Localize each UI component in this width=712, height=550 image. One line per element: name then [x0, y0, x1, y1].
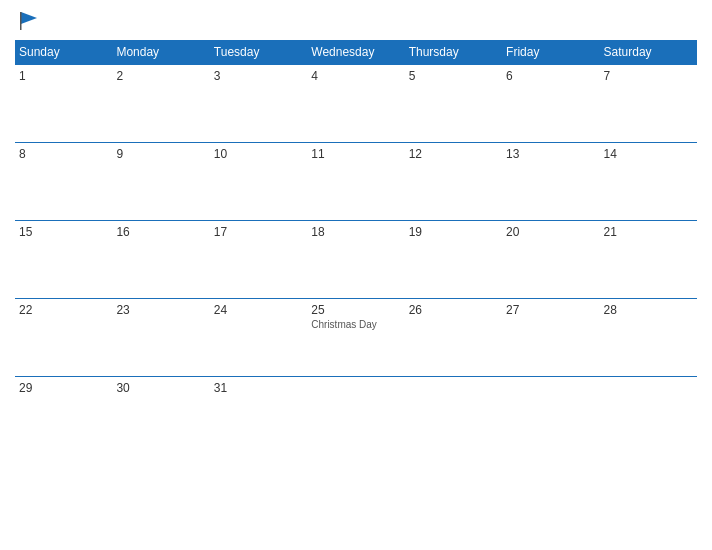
svg-marker-0 — [21, 12, 37, 24]
day-number: 25 — [311, 303, 400, 317]
day-number: 4 — [311, 69, 400, 83]
calendar-cell: 5 — [405, 65, 502, 143]
day-number: 16 — [116, 225, 205, 239]
calendar-cell: 15 — [15, 221, 112, 299]
day-number: 19 — [409, 225, 498, 239]
day-number: 3 — [214, 69, 303, 83]
day-number: 15 — [19, 225, 108, 239]
weekday-header-monday: Monday — [112, 40, 209, 65]
weekday-header-tuesday: Tuesday — [210, 40, 307, 65]
holiday-label: Christmas Day — [311, 319, 400, 330]
calendar-cell: 7 — [600, 65, 697, 143]
day-number: 26 — [409, 303, 498, 317]
day-number: 10 — [214, 147, 303, 161]
calendar-cell: 14 — [600, 143, 697, 221]
weekday-header-sunday: Sunday — [15, 40, 112, 65]
calendar-cell — [600, 377, 697, 455]
day-number: 17 — [214, 225, 303, 239]
day-number: 18 — [311, 225, 400, 239]
weekday-header-wednesday: Wednesday — [307, 40, 404, 65]
week-row-5: 293031 — [15, 377, 697, 455]
calendar-cell: 2 — [112, 65, 209, 143]
calendar-cell: 3 — [210, 65, 307, 143]
calendar-cell: 9 — [112, 143, 209, 221]
day-number: 31 — [214, 381, 303, 395]
day-number: 7 — [604, 69, 693, 83]
calendar-cell: 16 — [112, 221, 209, 299]
calendar-cell: 31 — [210, 377, 307, 455]
day-number: 27 — [506, 303, 595, 317]
day-number: 20 — [506, 225, 595, 239]
calendar-cell: 12 — [405, 143, 502, 221]
calendar-cell: 24 — [210, 299, 307, 377]
week-row-1: 1234567 — [15, 65, 697, 143]
calendar-cell: 13 — [502, 143, 599, 221]
calendar-cell: 11 — [307, 143, 404, 221]
weekday-header-thursday: Thursday — [405, 40, 502, 65]
calendar-cell: 18 — [307, 221, 404, 299]
calendar-cell — [307, 377, 404, 455]
weekday-header-row: SundayMondayTuesdayWednesdayThursdayFrid… — [15, 40, 697, 65]
calendar-cell: 10 — [210, 143, 307, 221]
svg-rect-1 — [20, 12, 22, 30]
weekday-header-friday: Friday — [502, 40, 599, 65]
day-number: 12 — [409, 147, 498, 161]
calendar-cell: 17 — [210, 221, 307, 299]
day-number: 30 — [116, 381, 205, 395]
day-number: 14 — [604, 147, 693, 161]
day-number: 28 — [604, 303, 693, 317]
week-row-2: 891011121314 — [15, 143, 697, 221]
day-number: 11 — [311, 147, 400, 161]
calendar-cell: 28 — [600, 299, 697, 377]
weekday-header-saturday: Saturday — [600, 40, 697, 65]
day-number: 24 — [214, 303, 303, 317]
day-number: 21 — [604, 225, 693, 239]
calendar-container: SundayMondayTuesdayWednesdayThursdayFrid… — [0, 0, 712, 550]
day-number: 9 — [116, 147, 205, 161]
calendar-cell: 30 — [112, 377, 209, 455]
day-number: 2 — [116, 69, 205, 83]
logo — [15, 10, 39, 32]
day-number: 5 — [409, 69, 498, 83]
calendar-cell — [405, 377, 502, 455]
calendar-cell: 4 — [307, 65, 404, 143]
day-number: 23 — [116, 303, 205, 317]
week-row-3: 15161718192021 — [15, 221, 697, 299]
day-number: 29 — [19, 381, 108, 395]
calendar-cell: 22 — [15, 299, 112, 377]
calendar-cell: 6 — [502, 65, 599, 143]
calendar-cell: 21 — [600, 221, 697, 299]
calendar-cell: 23 — [112, 299, 209, 377]
week-row-4: 22232425Christmas Day262728 — [15, 299, 697, 377]
calendar-cell: 26 — [405, 299, 502, 377]
calendar-cell: 1 — [15, 65, 112, 143]
calendar-cell — [502, 377, 599, 455]
calendar-cell: 20 — [502, 221, 599, 299]
calendar-cell: 25Christmas Day — [307, 299, 404, 377]
day-number: 22 — [19, 303, 108, 317]
day-number: 6 — [506, 69, 595, 83]
calendar-cell: 29 — [15, 377, 112, 455]
calendar-cell: 19 — [405, 221, 502, 299]
day-number: 8 — [19, 147, 108, 161]
calendar-cell: 27 — [502, 299, 599, 377]
calendar-table: SundayMondayTuesdayWednesdayThursdayFrid… — [15, 40, 697, 455]
day-number: 13 — [506, 147, 595, 161]
day-number: 1 — [19, 69, 108, 83]
calendar-cell: 8 — [15, 143, 112, 221]
logo-flag-icon — [17, 10, 39, 32]
calendar-header — [15, 10, 697, 32]
